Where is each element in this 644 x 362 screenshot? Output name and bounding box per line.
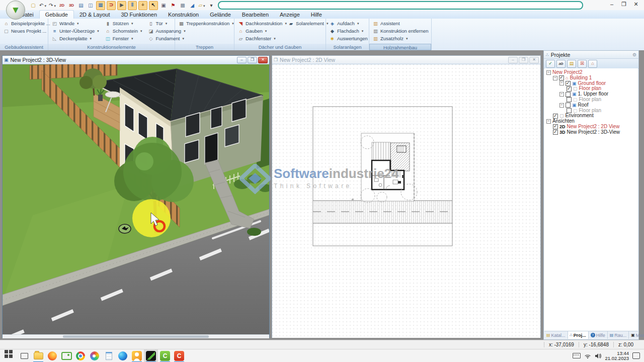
visibility-checkbox[interactable] <box>553 130 558 135</box>
roof-tool-icon[interactable]: ⚑ <box>169 2 177 10</box>
collapse-icon[interactable] <box>559 92 564 97</box>
open-project-icon[interactable]: ▤ <box>567 60 576 68</box>
3d-close-button[interactable]: ✕ <box>258 57 268 63</box>
ribbon-item-dachfenster[interactable]: ▱Dachfenster <box>237 35 287 42</box>
collapse-icon[interactable] <box>559 81 564 85</box>
ribbon-item-zusatzholz[interactable]: ▥Zusatzholz <box>372 35 429 42</box>
tab-hilfe[interactable]: Hilfe <box>305 11 328 19</box>
2d-viewport[interactable] <box>272 64 540 338</box>
file-explorer-button[interactable] <box>31 349 45 362</box>
rename-icon[interactable]: ab <box>556 60 566 68</box>
qat-overflow-icon[interactable]: ▾ <box>207 2 215 10</box>
visibility-checkbox[interactable] <box>553 124 558 129</box>
chrome-button[interactable] <box>73 349 88 362</box>
tab-bearbeiten[interactable]: Bearbeiten <box>236 11 274 19</box>
pattern-icon[interactable]: ▩ <box>179 2 187 10</box>
collapse-icon[interactable] <box>546 70 551 75</box>
2d-minimize-button[interactable]: – <box>508 57 518 63</box>
tab-gebaeude[interactable]: Gebäude <box>39 10 74 19</box>
redo-icon[interactable]: ↷ <box>48 2 56 10</box>
tree-item-floor-plan-upper[interactable]: ▢Floor plan <box>546 97 638 103</box>
close-button[interactable]: ✕ <box>630 1 642 8</box>
ribbon-item-solarelement[interactable]: ▰Solarelement <box>287 20 329 27</box>
visibility-checkbox[interactable] <box>567 108 572 113</box>
visibility-checkbox[interactable] <box>567 86 572 92</box>
pointer-icon[interactable]: ↖ <box>149 1 158 10</box>
recorder-button[interactable]: C <box>172 349 186 362</box>
view-2d-icon[interactable]: 2D <box>58 2 66 10</box>
3d-scene[interactable] <box>3 64 269 334</box>
ribbon-item-flachdach[interactable]: ◆Flachdach <box>329 27 366 35</box>
ribbon-item-neues-projekt[interactable]: ▢Neues Projekt ... <box>3 27 45 35</box>
minimize-button[interactable]: – <box>606 1 618 8</box>
ribbon-item-gauben[interactable]: ⌂Gauben <box>237 27 287 35</box>
2d-window-titlebar[interactable]: ❐ New Project2 : 2D View – ❐ ✕ <box>272 56 540 64</box>
visibility-checkbox[interactable] <box>566 92 571 97</box>
tab-3d-funktionen[interactable]: 3D Funktionen <box>116 11 163 19</box>
building-tool-icon[interactable]: ⌂ <box>588 60 597 68</box>
ribbon-item-schornstein[interactable]: ⌂Schornstein <box>104 27 143 35</box>
edge-button[interactable] <box>116 349 130 362</box>
window-2d-view[interactable]: ❐ New Project2 : 2D View – ❐ ✕ <box>272 55 541 338</box>
split-horizontal-icon[interactable]: ▤ <box>77 2 85 10</box>
new-document-icon[interactable]: ▢ <box>29 2 37 10</box>
cad-app-button[interactable] <box>144 349 158 362</box>
undo-icon[interactable]: ↶ <box>39 2 47 10</box>
tab-massenermittlung[interactable]: ▣Mass... <box>629 331 644 339</box>
task-view-button[interactable] <box>17 349 31 362</box>
maximize-button[interactable]: ❐ <box>618 1 630 8</box>
camtasia-button[interactable]: C <box>158 349 172 362</box>
2d-close-button[interactable]: ✕ <box>529 57 539 63</box>
wifi-icon[interactable] <box>584 353 591 359</box>
start-button[interactable] <box>3 349 17 362</box>
notepad-button[interactable] <box>102 349 116 362</box>
select-mode-icon[interactable]: ▶ <box>117 1 126 10</box>
copy-icon[interactable]: ▣ <box>159 2 168 10</box>
collapse-icon[interactable] <box>559 103 564 108</box>
split-vertical-icon[interactable]: ◫ <box>87 2 95 10</box>
tree-item-building[interactable]: ⌂Building 1 <box>546 75 638 81</box>
tree-item-roof[interactable]: ▣Roof <box>546 103 638 108</box>
ribbon-item-stuetzen[interactable]: ▮Stützen <box>104 20 143 27</box>
terrain-icon[interactable]: ◢ <box>188 2 196 10</box>
new-layer-icon[interactable]: ▱ <box>198 2 206 10</box>
scrollbar-thumb[interactable] <box>63 335 209 338</box>
ribbon-item-konstruktion-entfernen[interactable]: ▥Konstruktion entfernen <box>372 27 429 35</box>
ribbon-item-dachkonstruktion[interactable]: ◥Dachkonstruktion <box>237 20 287 27</box>
3d-window-titlebar[interactable]: ▣ New Project2 : 3D-View – ❐ ✕ <box>3 56 269 64</box>
measure-icon[interactable]: + <box>138 1 147 10</box>
tab-2d-layout[interactable]: 2D & Layout <box>74 11 116 19</box>
tab-hilfe-panel[interactable]: ?Hilfe <box>589 331 608 339</box>
collapse-icon[interactable] <box>553 76 557 80</box>
visibility-checkbox[interactable] <box>566 103 571 108</box>
2d-floorplan[interactable] <box>272 64 540 338</box>
tab-gelaende[interactable]: Gelände <box>204 11 236 19</box>
ribbon-item-aufdach[interactable]: ◈Aufdach <box>329 20 366 27</box>
firefox-button[interactable] <box>45 349 59 362</box>
ribbon-item-treppenkonstruktion[interactable]: ▦Treppenkonstruktion <box>178 20 231 27</box>
application-menu-button[interactable]: ▼ <box>6 1 25 20</box>
3d-horizontal-scrollbar[interactable] <box>3 334 269 338</box>
screen-recorder-button[interactable] <box>59 349 73 362</box>
3d-maximize-button[interactable]: ❐ <box>248 57 257 63</box>
visibility-checkbox[interactable] <box>567 97 572 102</box>
tree-item-3d-view[interactable]: 3DNew Project2 : 3D-View <box>546 130 638 135</box>
3d-minimize-button[interactable]: – <box>237 57 247 63</box>
panel-options-icon[interactable]: ⚙ <box>632 52 636 57</box>
visibility-checkbox[interactable] <box>566 81 571 86</box>
tree-item-project-root[interactable]: New Project2 <box>546 70 638 75</box>
view-3d-icon[interactable]: 3D <box>67 2 75 10</box>
taskbar-clock[interactable]: 13:44 21.02.2023 <box>605 351 629 361</box>
wall-columns-icon[interactable]: ‖ <box>128 1 137 10</box>
ribbon-item-waende[interactable]: ◰Wände <box>51 20 100 27</box>
ribbon-item-unterzuege[interactable]: ≡Unter-/Überzüge <box>51 27 100 35</box>
window-3d-view[interactable]: ▣ New Project2 : 3D-View – ❐ ✕ <box>2 55 270 338</box>
collapse-icon[interactable] <box>546 119 551 124</box>
paint-button[interactable] <box>88 349 102 362</box>
ribbon-item-auswertungen[interactable]: ∗Auswertungen <box>329 35 366 42</box>
keyboard-icon[interactable] <box>573 353 581 358</box>
volume-icon[interactable] <box>595 353 601 359</box>
confirm-icon[interactable]: ✓ <box>546 60 555 68</box>
3d-viewport[interactable] <box>3 64 269 334</box>
ribbon-item-fenster[interactable]: ◫Fenster <box>104 35 143 42</box>
